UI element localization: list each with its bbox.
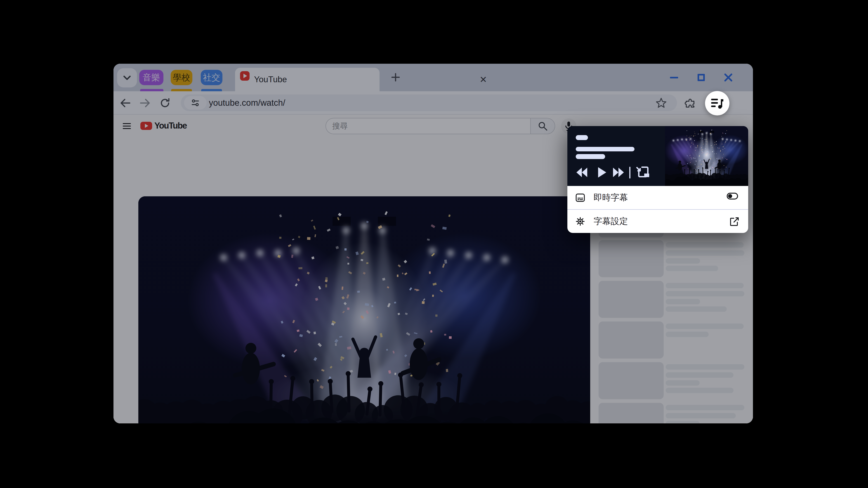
media-session-card <box>567 126 748 186</box>
back-button[interactable] <box>116 91 134 115</box>
live-caption-label: 即時字幕 <box>594 192 628 203</box>
reload-button[interactable] <box>156 91 174 115</box>
skeleton-thumbnail <box>598 240 664 277</box>
browser-toolbar: youtube.com/watch/ <box>114 91 753 115</box>
skeleton-text-line <box>666 324 744 329</box>
extensions-button[interactable] <box>681 91 699 115</box>
arrow-left-icon <box>119 98 131 108</box>
picture-in-picture-button[interactable] <box>637 167 649 177</box>
skeleton-text-line <box>666 413 736 418</box>
skeleton-thumbnail <box>598 403 664 423</box>
related-skeleton-item <box>598 322 748 361</box>
tab-group-school[interactable]: 學校 <box>170 70 192 85</box>
close-icon <box>723 73 733 82</box>
media-playlist-icon <box>711 97 724 109</box>
reload-icon <box>159 97 170 109</box>
skeleton-text-line <box>666 388 734 393</box>
skeleton-thumbnail <box>598 362 664 399</box>
close-button[interactable] <box>722 71 735 84</box>
media-transport-controls <box>567 164 664 180</box>
browser-window: 音樂 學校 社交 YouTube ✕ <box>114 64 753 423</box>
media-controls-button[interactable] <box>705 91 730 116</box>
tab-search-button[interactable] <box>117 68 137 88</box>
star-icon <box>655 97 667 109</box>
search-placeholder: 搜尋 <box>332 121 348 131</box>
gear-icon <box>576 217 585 226</box>
minimize-icon <box>670 77 678 78</box>
open-external-icon <box>729 217 739 226</box>
youtube-favicon-icon <box>240 71 250 80</box>
video-player[interactable]: 在客廳電視播放 <box>138 196 590 423</box>
magnifier-icon <box>538 121 548 131</box>
search-button[interactable] <box>530 118 555 134</box>
related-skeleton-item <box>598 403 748 423</box>
skeleton-text-line <box>666 380 700 386</box>
menu-button[interactable] <box>123 123 131 129</box>
arrow-right-icon <box>139 98 151 108</box>
tab-group-school-indicator <box>171 89 192 91</box>
skeleton-text-line <box>666 299 700 304</box>
site-info-button[interactable] <box>184 96 207 109</box>
live-caption-toggle[interactable] <box>727 193 738 199</box>
next-track-button[interactable] <box>613 168 624 177</box>
skeleton-thumbnail <box>598 281 664 318</box>
tab-close-button[interactable]: ✕ <box>479 75 488 84</box>
media-title-skeleton <box>576 147 634 151</box>
bookmark-button[interactable] <box>655 97 667 109</box>
caption-settings-label: 字幕設定 <box>594 216 628 227</box>
skeleton-text-line <box>666 266 718 271</box>
skeleton-text-line <box>666 364 744 369</box>
skeleton-text-line <box>666 250 744 256</box>
caption-settings-row[interactable]: 字幕設定 <box>567 210 748 233</box>
youtube-logo-text: YouTube <box>154 121 187 131</box>
new-tab-button[interactable] <box>389 70 402 84</box>
live-caption-icon <box>576 193 585 202</box>
chevron-down-icon <box>123 75 131 80</box>
skeleton-text-line <box>666 283 744 288</box>
skeleton-text-line <box>666 306 727 312</box>
tab-group-music[interactable]: 音樂 <box>139 70 163 85</box>
tab-group-music-indicator <box>140 89 163 91</box>
media-source-skeleton <box>576 135 588 140</box>
skeleton-thumbnail <box>598 322 664 359</box>
tab-strip: 音樂 學校 社交 YouTube ✕ <box>114 64 753 91</box>
plus-icon <box>391 72 401 82</box>
caption-rows: 即時字幕 <box>567 186 748 233</box>
window-controls <box>668 64 753 91</box>
media-artwork <box>665 126 748 186</box>
forward-button[interactable] <box>136 91 154 115</box>
skeleton-text-line <box>666 421 700 423</box>
skeleton-text-line <box>666 258 700 264</box>
skeleton-text-line <box>666 291 744 296</box>
tab-title: YouTube <box>254 68 287 91</box>
active-tab-youtube[interactable]: YouTube ✕ <box>235 68 379 91</box>
maximize-icon <box>698 74 705 81</box>
skeleton-text-line <box>666 332 709 337</box>
youtube-play-icon <box>141 122 152 130</box>
play-button[interactable] <box>598 167 606 177</box>
omnibox[interactable]: youtube.com/watch/ <box>181 94 677 111</box>
skeleton-text-line <box>666 242 744 248</box>
media-controls-popup: 即時字幕 <box>567 126 748 233</box>
tune-icon <box>191 98 200 107</box>
puzzle-icon <box>684 97 696 109</box>
live-caption-row[interactable]: 即時字幕 <box>567 186 748 209</box>
url-text[interactable]: youtube.com/watch/ <box>209 98 285 108</box>
previous-track-button[interactable] <box>577 168 587 177</box>
desktop-background: 音樂 學校 社交 YouTube ✕ <box>0 0 868 488</box>
related-skeleton-item <box>598 240 748 280</box>
skeleton-text-line <box>666 372 734 378</box>
search-input[interactable]: 搜尋 <box>326 118 530 134</box>
related-skeleton-item <box>598 281 748 321</box>
tab-group-social[interactable]: 社交 <box>201 70 222 85</box>
controls-separator <box>629 167 630 178</box>
tab-group-social-indicator <box>201 89 222 91</box>
media-artist-skeleton <box>576 154 605 159</box>
skeleton-text-line <box>666 405 744 410</box>
maximize-button[interactable] <box>694 71 708 84</box>
minimize-button[interactable] <box>668 71 681 84</box>
related-skeleton-item <box>598 362 748 402</box>
youtube-logo[interactable]: YouTube <box>141 121 187 131</box>
